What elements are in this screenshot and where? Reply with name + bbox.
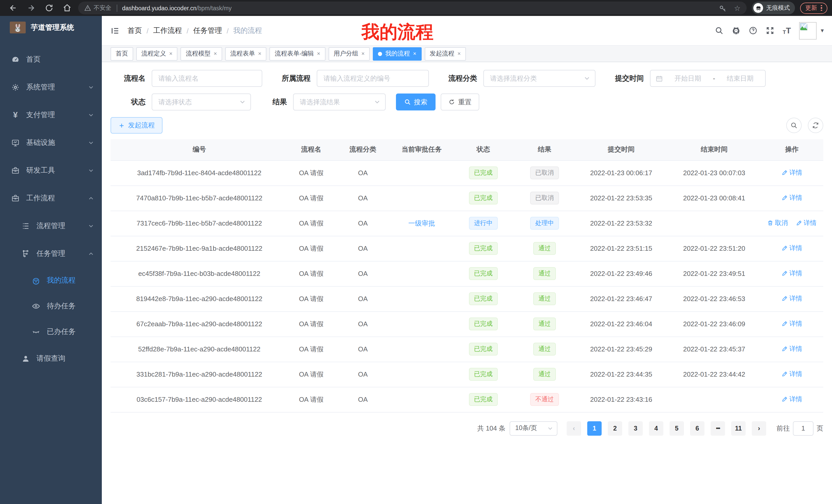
- collapse-menu-icon[interactable]: [110, 26, 120, 35]
- sidebar-item-infra[interactable]: 基础设施: [0, 129, 102, 157]
- result-select[interactable]: 请选择流结果: [293, 93, 386, 110]
- sidebar-item-system[interactable]: 系统管理: [0, 74, 102, 101]
- fullscreen-icon[interactable]: [766, 26, 774, 35]
- sidebar-item-label: 支付管理: [26, 110, 55, 120]
- tab-my-process[interactable]: 我的流程×: [373, 47, 421, 60]
- reload-icon[interactable]: [45, 4, 53, 12]
- sidebar-item-todo-tasks[interactable]: 待办任务: [0, 293, 102, 319]
- detail-link[interactable]: 详情: [782, 169, 802, 177]
- search-button[interactable]: 搜索: [396, 93, 436, 110]
- close-icon[interactable]: ×: [214, 51, 217, 57]
- sidebar-item-devtools[interactable]: 研发工具: [0, 157, 102, 185]
- sidebar-item-process-mgmt[interactable]: 流程管理: [0, 212, 102, 240]
- category-select[interactable]: 请选择流程分类: [483, 70, 595, 87]
- tab-process-definition[interactable]: 流程定义×: [136, 47, 178, 60]
- page-size-select[interactable]: 10条/页: [510, 421, 557, 436]
- prev-page-button[interactable]: ‹: [567, 421, 581, 436]
- forward-icon[interactable]: [27, 4, 35, 12]
- breadcrumb-workflow[interactable]: 工作流程: [153, 26, 182, 35]
- detail-link[interactable]: 详情: [796, 219, 816, 228]
- home-icon[interactable]: [63, 4, 72, 12]
- chevron-down-icon: [88, 113, 94, 118]
- sidebar-item-my-process[interactable]: 我的流程: [0, 268, 102, 293]
- tab-user-group[interactable]: 用户分组×: [329, 47, 370, 60]
- security-warning[interactable]: 不安全: [84, 4, 111, 12]
- page-button-6[interactable]: 6: [690, 421, 704, 436]
- page-button-4[interactable]: 4: [649, 421, 663, 436]
- sidebar-item-leave-query[interactable]: 请假查询: [0, 345, 102, 372]
- update-button[interactable]: 更新: [800, 2, 827, 13]
- page-button-2[interactable]: 2: [608, 421, 622, 436]
- page-button-5[interactable]: 5: [670, 421, 684, 436]
- sidebar-item-done-tasks[interactable]: 已办任务: [0, 319, 102, 345]
- sidebar-item-workflow[interactable]: 工作流程: [0, 185, 102, 212]
- close-icon[interactable]: ×: [258, 51, 261, 57]
- reset-button[interactable]: 重置: [441, 93, 479, 110]
- more-pages-button[interactable]: •••: [711, 421, 725, 436]
- flow-icon: [22, 250, 30, 258]
- toolbox-icon: [11, 166, 20, 175]
- close-icon[interactable]: ×: [413, 51, 416, 57]
- key-icon[interactable]: [719, 4, 727, 12]
- breadcrumb-home[interactable]: 首页: [128, 26, 142, 35]
- tab-process-form[interactable]: 流程表单×: [225, 47, 267, 60]
- sidebar-item-payment[interactable]: ¥ 支付管理: [0, 101, 102, 129]
- table-search-button[interactable]: [786, 118, 802, 133]
- sidebar: 🐰 芋道管理系统 首页 系统管理 ¥ 支付管理 基础设施: [0, 16, 102, 504]
- table-row: 331bc281-7b9a-11ec-a290-acde48001122 OA …: [110, 362, 823, 387]
- search-icon[interactable]: [715, 26, 724, 35]
- detail-link[interactable]: 详情: [782, 319, 802, 328]
- cancel-link[interactable]: 取消: [767, 219, 788, 228]
- next-page-button[interactable]: ›: [752, 421, 766, 436]
- detail-link[interactable]: 详情: [782, 345, 802, 354]
- process-name-label: 流程名: [110, 74, 146, 83]
- help-icon[interactable]: [749, 26, 757, 35]
- process-name-input[interactable]: [152, 71, 262, 86]
- page-button-3[interactable]: 3: [628, 421, 643, 436]
- cell-name: OA 请假: [288, 311, 334, 337]
- close-icon[interactable]: ×: [362, 51, 365, 57]
- github-icon[interactable]: [732, 26, 740, 35]
- close-icon[interactable]: ×: [317, 51, 320, 57]
- result-label: 结果: [266, 97, 287, 107]
- detail-link[interactable]: 详情: [782, 295, 802, 303]
- page-button-11[interactable]: 11: [731, 421, 746, 436]
- cell-name: OA 请假: [288, 387, 334, 412]
- detail-link[interactable]: 详情: [782, 395, 802, 404]
- tab-start-process[interactable]: 发起流程×: [424, 47, 466, 60]
- back-icon[interactable]: [9, 4, 18, 12]
- page-button-1[interactable]: 1: [587, 421, 602, 436]
- table-refresh-button[interactable]: [808, 118, 823, 133]
- detail-link[interactable]: 详情: [782, 370, 802, 379]
- address-bar[interactable]: 不安全 dashboard.yudao.iocoder.cn /bpm/task…: [78, 2, 747, 15]
- result-badge: 通过: [533, 317, 556, 330]
- sidebar-menu: 首页 系统管理 ¥ 支付管理 基础设施 研发工具: [0, 46, 102, 372]
- goto-page-input[interactable]: [793, 421, 813, 436]
- filter-row-1: 流程名 所属流程 流程分类 请选择流程分类 提交时间 开始日期 - 结束日期: [110, 70, 823, 87]
- tab-process-model[interactable]: 流程模型×: [181, 47, 222, 60]
- close-icon[interactable]: ×: [169, 51, 173, 57]
- tab-home[interactable]: 首页: [110, 47, 133, 60]
- cell-submit-time: 2022-01-22 23:44:35: [575, 362, 668, 387]
- start-process-button[interactable]: 发起流程: [110, 117, 162, 134]
- font-size-icon[interactable]: TT: [783, 26, 791, 35]
- caret-down-icon[interactable]: ▼: [820, 28, 825, 33]
- current-task-link[interactable]: 一级审批: [408, 219, 435, 227]
- avatar[interactable]: [799, 22, 816, 39]
- detail-link[interactable]: 详情: [782, 194, 802, 202]
- breadcrumb-task-mgmt[interactable]: 任务管理: [193, 26, 222, 35]
- sidebar-item-task-mgmt[interactable]: 任务管理: [0, 240, 102, 268]
- status-select[interactable]: 请选择状态: [152, 93, 251, 110]
- sidebar-item-home[interactable]: 首页: [0, 46, 102, 74]
- date-range-picker[interactable]: 开始日期 - 结束日期: [650, 70, 766, 87]
- close-icon[interactable]: ×: [458, 51, 461, 57]
- process-id-input[interactable]: [317, 71, 428, 86]
- bookmark-star-icon[interactable]: ☆: [734, 4, 740, 11]
- detail-link[interactable]: 详情: [782, 269, 802, 278]
- tab-process-form-edit[interactable]: 流程表单-编辑×: [270, 47, 326, 60]
- cell-end-time: 2022-01-22 23:46:53: [668, 286, 760, 311]
- tabs-bar: 首页 流程定义× 流程模型× 流程表单× 流程表单-编辑× 用户分组× 我的流程…: [102, 45, 832, 62]
- detail-link[interactable]: 详情: [782, 244, 802, 253]
- cell-task: [391, 387, 452, 412]
- browser-menu-icon[interactable]: [821, 5, 822, 11]
